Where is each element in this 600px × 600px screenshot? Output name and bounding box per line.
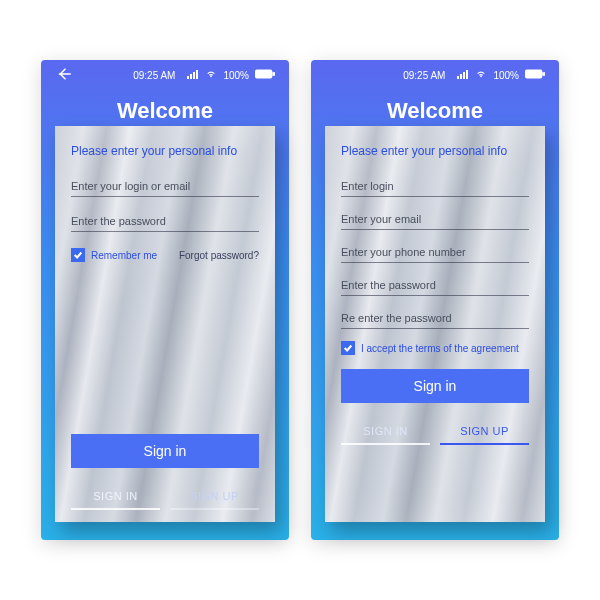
checkbox-checked-icon [341,341,355,355]
status-bar: 09:25 AM 100% [41,60,289,90]
auth-tabs: SIGN IN SIGN UP [341,417,529,445]
svg-rect-9 [466,70,468,79]
battery-percent: 100% [493,70,519,81]
tab-signin[interactable]: SIGN IN [71,482,160,510]
svg-rect-11 [542,72,545,76]
battery-icon [525,69,545,81]
svg-rect-10 [525,69,542,78]
svg-rect-4 [255,69,272,78]
forgot-password-link[interactable]: Forgot password? [179,250,259,261]
checkbox-checked-icon [71,248,85,262]
status-time: 09:25 AM [121,70,187,81]
signin-card: Please enter your personal info Remember… [55,126,275,522]
repassword-input[interactable] [341,306,529,329]
back-arrow-icon[interactable] [55,65,73,85]
svg-rect-1 [190,74,192,79]
battery-icon [255,69,275,81]
signal-icon [187,69,199,81]
terms-label: I accept the terms of the agreement [361,343,519,354]
password-input[interactable] [71,209,259,232]
svg-rect-2 [193,72,195,79]
subtitle: Please enter your personal info [71,144,259,158]
page-title: Welcome [311,98,559,124]
wifi-icon [205,69,217,81]
login-input[interactable] [71,174,259,197]
signup-button[interactable]: Sign in [341,369,529,403]
tab-signin[interactable]: SIGN IN [341,417,430,445]
signin-screen: 09:25 AM 100% Welcome Please enter your … [41,60,289,540]
auth-tabs: SIGN IN SIGN UP [71,482,259,510]
tab-signup[interactable]: SIGN UP [170,482,259,510]
svg-rect-8 [463,72,465,79]
svg-rect-3 [196,70,198,79]
password-input[interactable] [341,273,529,296]
terms-checkbox[interactable]: I accept the terms of the agreement [341,341,519,355]
wifi-icon [475,69,487,81]
remember-checkbox[interactable]: Remember me [71,248,157,262]
svg-rect-7 [460,74,462,79]
battery-percent: 100% [223,70,249,81]
status-bar: 09:25 AM 100% [311,60,559,90]
signup-screen: 09:25 AM 100% Welcome Please enter your … [311,60,559,540]
svg-rect-6 [457,76,459,79]
signal-icon [457,69,469,81]
tab-signup[interactable]: SIGN UP [440,417,529,445]
email-input[interactable] [341,207,529,230]
phone-input[interactable] [341,240,529,263]
svg-rect-5 [272,72,275,76]
signup-card: Please enter your personal info I accept… [325,126,545,522]
remember-label: Remember me [91,250,157,261]
status-time: 09:25 AM [391,70,457,81]
subtitle: Please enter your personal info [341,144,529,158]
page-title: Welcome [41,98,289,124]
login-input[interactable] [341,174,529,197]
svg-rect-0 [187,76,189,79]
signin-button[interactable]: Sign in [71,434,259,468]
